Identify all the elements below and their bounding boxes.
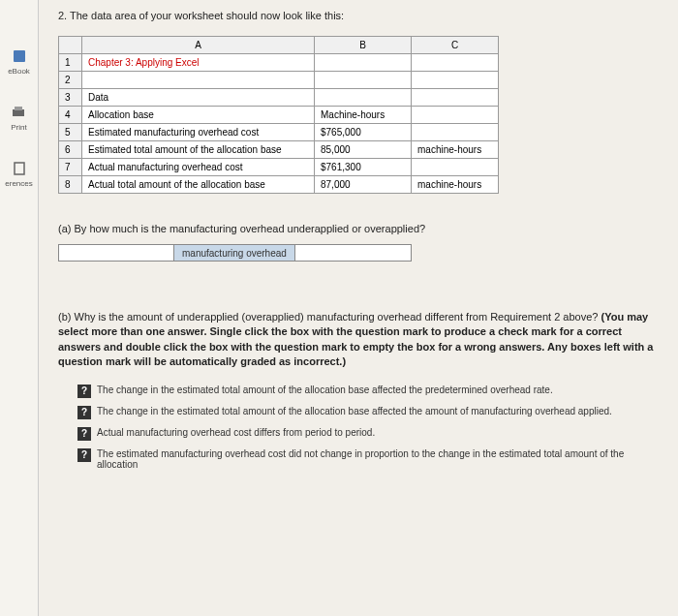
svg-rect-0 — [14, 50, 25, 62]
cell-b8: 87,000 — [315, 176, 412, 194]
table-row: 1 Chapter 3: Applying Excel — [59, 54, 499, 72]
answer-amount-input[interactable] — [58, 244, 174, 262]
rownum: 4 — [59, 107, 82, 124]
rownum: 8 — [59, 176, 82, 194]
header-rownum — [59, 37, 82, 54]
cell-b3 — [315, 89, 412, 107]
ref-icon — [12, 161, 27, 176]
table-row: 8 Actual total amount of the allocation … — [59, 176, 499, 194]
cell-b6: 85,000 — [315, 141, 412, 159]
cell-a1: Chapter 3: Applying Excel — [82, 54, 315, 72]
cell-c6: machine-hours — [412, 141, 499, 159]
cell-c1 — [412, 54, 499, 72]
table-row: 4 Allocation base Machine-hours — [59, 107, 499, 124]
table-row: 6 Estimated total amount of the allocati… — [59, 141, 499, 159]
rownum: 5 — [59, 124, 82, 141]
sidebar-label-ebook: eBook — [8, 67, 30, 76]
cell-b2 — [315, 72, 412, 89]
checkbox-3[interactable]: ? — [77, 427, 91, 441]
book-icon — [12, 48, 27, 64]
cell-c4 — [412, 107, 499, 124]
cell-a4: Allocation base — [82, 107, 315, 124]
table-row: 7 Actual manufacturing overhead cost $76… — [59, 159, 499, 176]
checkbox-2[interactable]: ? — [77, 406, 91, 419]
worksheet-table: A B C 1 Chapter 3: Applying Excel 2 3 Da… — [58, 36, 499, 194]
answer-label: manufacturing overhead — [174, 244, 295, 262]
header-col-b: B — [315, 37, 412, 54]
sidebar-item-print[interactable]: Print — [11, 105, 26, 132]
header-col-c: C — [412, 37, 499, 54]
option-text-2: The change in the estimated total amount… — [97, 406, 612, 416]
part-b-intro: (b) Why is the amount of underapplied (o… — [58, 311, 601, 323]
table-row: 3 Data — [59, 89, 499, 107]
svg-rect-3 — [15, 163, 24, 174]
cell-a7: Actual manufacturing overhead cost — [82, 159, 315, 176]
sidebar: eBook Print erences — [0, 0, 39, 616]
cell-a5: Estimated manufacturing overhead cost — [82, 124, 315, 141]
option-row-3: ? Actual manufacturing overhead cost dif… — [77, 427, 659, 441]
sidebar-label-references: erences — [5, 179, 32, 188]
question-b: (b) Why is the amount of underapplied (o… — [58, 310, 659, 370]
cell-c2 — [412, 72, 499, 89]
option-text-4: The estimated manufacturing overhead cos… — [97, 448, 659, 470]
svg-rect-1 — [13, 109, 24, 116]
cell-a8: Actual total amount of the allocation ba… — [82, 176, 315, 194]
answer-row-a: manufacturing overhead — [58, 244, 659, 262]
option-row-1: ? The change in the estimated total amou… — [77, 385, 659, 398]
table-row: 2 — [59, 72, 499, 89]
cell-a6: Estimated total amount of the allocation… — [82, 141, 315, 159]
rownum: 7 — [59, 159, 82, 176]
cell-a2 — [82, 72, 315, 89]
option-text-3: Actual manufacturing overhead cost diffe… — [97, 427, 375, 438]
rownum: 6 — [59, 141, 82, 159]
option-text-1: The change in the estimated total amount… — [97, 385, 553, 395]
cell-b5: $765,000 — [315, 124, 412, 141]
sidebar-item-ebook[interactable]: eBook — [8, 48, 30, 76]
cell-c7 — [412, 159, 499, 176]
option-row-2: ? The change in the estimated total amou… — [77, 406, 659, 419]
option-row-4: ? The estimated manufacturing overhead c… — [77, 448, 659, 470]
cell-c8: machine-hours — [412, 176, 499, 194]
cell-b1 — [315, 54, 412, 72]
cell-a3: Data — [82, 89, 315, 107]
main-content: 2. The data area of your worksheet shoul… — [39, 0, 678, 616]
print-icon — [11, 105, 26, 120]
rownum: 1 — [59, 54, 82, 72]
rownum: 3 — [59, 89, 82, 107]
svg-rect-2 — [15, 107, 22, 110]
cell-b7: $761,300 — [315, 159, 412, 176]
sidebar-label-print: Print — [11, 123, 26, 132]
cell-b4: Machine-hours — [315, 107, 412, 124]
header-col-a: A — [82, 37, 315, 54]
question-a: (a) By how much is the manufacturing ove… — [58, 223, 659, 234]
sidebar-item-references[interactable]: erences — [5, 161, 32, 188]
checkbox-1[interactable]: ? — [77, 385, 91, 398]
checkbox-4[interactable]: ? — [77, 448, 91, 462]
table-row: 5 Estimated manufacturing overhead cost … — [59, 124, 499, 141]
instruction-text: 2. The data area of your worksheet shoul… — [58, 10, 659, 21]
cell-c3 — [412, 89, 499, 107]
cell-c5 — [412, 124, 499, 141]
rownum: 2 — [59, 72, 82, 89]
answer-trailing-input[interactable] — [295, 244, 412, 262]
